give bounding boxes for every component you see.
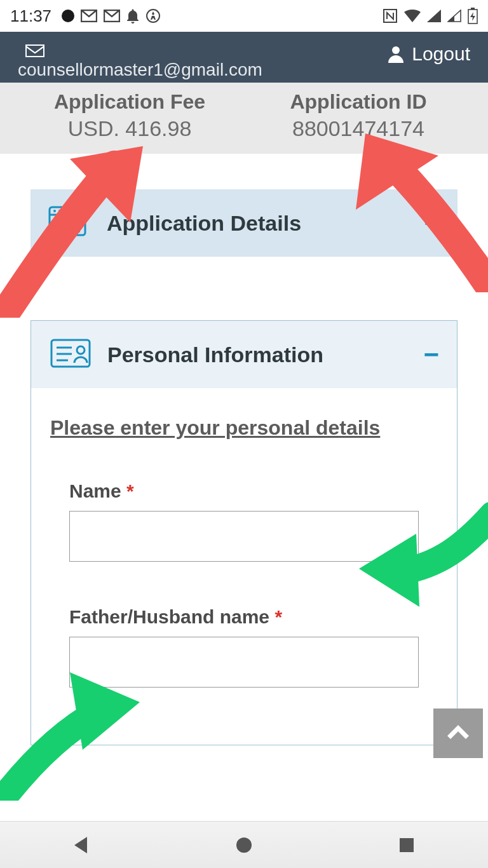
name-input[interactable] xyxy=(69,511,419,562)
form-checklist-icon xyxy=(48,203,92,243)
collapse-icon[interactable]: − xyxy=(423,341,439,368)
svg-point-7 xyxy=(53,210,56,212)
required-asterisk: * xyxy=(126,480,134,501)
id-card-icon xyxy=(49,335,92,374)
logout-label: Logout xyxy=(412,43,470,65)
application-fee-label: Application Fee xyxy=(15,90,244,114)
application-id-value: 88001474174 xyxy=(244,116,473,141)
application-fee-block: Application Fee USD. 416.98 xyxy=(15,90,244,141)
personal-instruction: Please enter your personal details xyxy=(50,414,438,442)
chevron-up-icon xyxy=(447,725,469,742)
nav-recent-button[interactable] xyxy=(393,831,421,859)
status-clock: 11:37 xyxy=(10,6,51,26)
father-husband-input[interactable] xyxy=(69,637,419,688)
required-asterisk: * xyxy=(274,606,282,627)
header-email: counsellormaster1@gmail.com xyxy=(18,60,262,80)
expand-icon[interactable]: + xyxy=(424,210,440,236)
panel-application-details-header[interactable]: Application Details + xyxy=(30,189,458,257)
nfc-icon xyxy=(383,8,398,24)
envelope-icon xyxy=(24,43,262,58)
panel-personal-info-body: Please enter your personal details Name … xyxy=(30,388,458,745)
panel-personal-info-header[interactable]: Personal Information − xyxy=(30,320,458,388)
signal-icon xyxy=(427,10,441,22)
svg-point-16 xyxy=(236,837,252,853)
nav-home-button[interactable] xyxy=(230,831,258,859)
info-strip: Application Fee USD. 416.98 Application … xyxy=(0,83,488,154)
scroll-to-top-button[interactable] xyxy=(433,709,483,758)
svg-point-8 xyxy=(58,210,61,212)
application-id-block: Application ID 88001474174 xyxy=(244,90,473,141)
name-label-text: Name xyxy=(69,480,121,501)
svg-rect-3 xyxy=(471,8,475,10)
father-husband-label-text: Father/Husband name xyxy=(69,606,269,627)
svg-point-15 xyxy=(77,346,85,354)
app-header: counsellormaster1@gmail.com Logout xyxy=(0,32,488,83)
wifi-icon xyxy=(404,10,421,22)
application-id-label: Application ID xyxy=(244,90,473,114)
panel-application-details-title: Application Details xyxy=(107,211,409,236)
status-dot-icon xyxy=(62,10,74,22)
panel-personal-info-title: Personal Information xyxy=(107,342,408,367)
battery-icon xyxy=(468,8,478,24)
android-navbar xyxy=(0,821,488,868)
logout-button[interactable]: Logout xyxy=(388,43,470,65)
svg-rect-17 xyxy=(400,838,414,852)
signal-icon xyxy=(447,10,461,22)
gmail-icon xyxy=(104,10,120,22)
nav-back-button[interactable] xyxy=(67,831,95,859)
gmail-icon xyxy=(81,10,97,22)
activity-icon xyxy=(146,8,161,24)
application-fee-value: USD. 416.98 xyxy=(15,116,244,141)
user-icon xyxy=(388,45,404,63)
name-label: Name * xyxy=(69,480,419,502)
status-bar: 11:37 xyxy=(0,0,488,32)
bell-icon xyxy=(126,8,139,24)
father-husband-label: Father/Husband name * xyxy=(69,606,419,628)
svg-point-4 xyxy=(392,46,400,54)
